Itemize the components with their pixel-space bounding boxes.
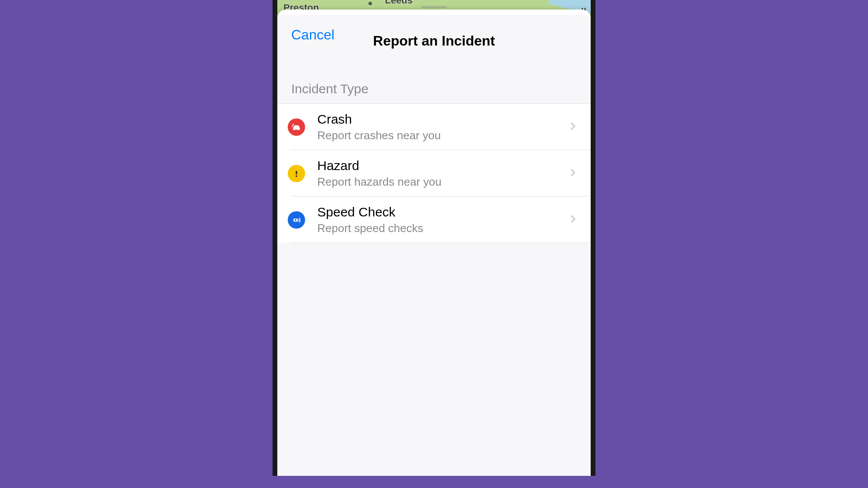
sheet-content: Cancel Report an Incident Incident Type [277, 15, 591, 476]
chevron-right-icon [570, 121, 577, 133]
row-subtitle: Report hazards near you [317, 175, 570, 189]
list-item-hazard[interactable]: Hazard Report hazards near you [277, 150, 591, 197]
speed-check-icon [288, 211, 305, 229]
svg-point-3 [296, 175, 297, 177]
list-item-crash[interactable]: Crash Report crashes near you [277, 104, 591, 150]
list-item-speed-check[interactable]: Speed Check Report speed checks [277, 197, 591, 243]
svg-point-5 [295, 219, 296, 221]
incident-type-list: Crash Report crashes near you [277, 103, 591, 243]
row-subtitle: Report crashes near you [317, 129, 570, 142]
row-title: Hazard [317, 158, 570, 174]
screen: Preston Leeds ull Cancel Report an Incid… [277, 0, 591, 476]
row-text: Speed Check Report speed checks [317, 204, 570, 235]
map-label-leeds: Leeds [385, 0, 413, 6]
chevron-right-icon [570, 214, 577, 226]
sheet-grab-handle[interactable] [421, 6, 447, 8]
row-title: Crash [317, 111, 570, 127]
svg-point-0 [293, 128, 295, 130]
row-text: Hazard Report hazards near you [317, 158, 570, 189]
row-text: Crash Report crashes near you [317, 111, 570, 142]
svg-point-1 [298, 128, 299, 130]
chevron-right-icon [570, 167, 577, 180]
report-incident-sheet: Cancel Report an Incident Incident Type [277, 10, 591, 476]
sheet-header: Cancel Report an Incident [277, 15, 591, 55]
map-dot [368, 2, 372, 5]
section-header-incident-type: Incident Type [277, 55, 591, 103]
phone-frame: Preston Leeds ull Cancel Report an Incid… [273, 0, 595, 476]
row-title: Speed Check [317, 204, 570, 220]
row-subtitle: Report speed checks [317, 222, 570, 235]
sheet-title: Report an Incident [373, 33, 495, 49]
sheet-empty-area [277, 243, 591, 476]
crash-icon [288, 118, 305, 136]
svg-rect-2 [296, 171, 297, 174]
cancel-button[interactable]: Cancel [291, 27, 335, 43]
hazard-icon [288, 165, 305, 182]
